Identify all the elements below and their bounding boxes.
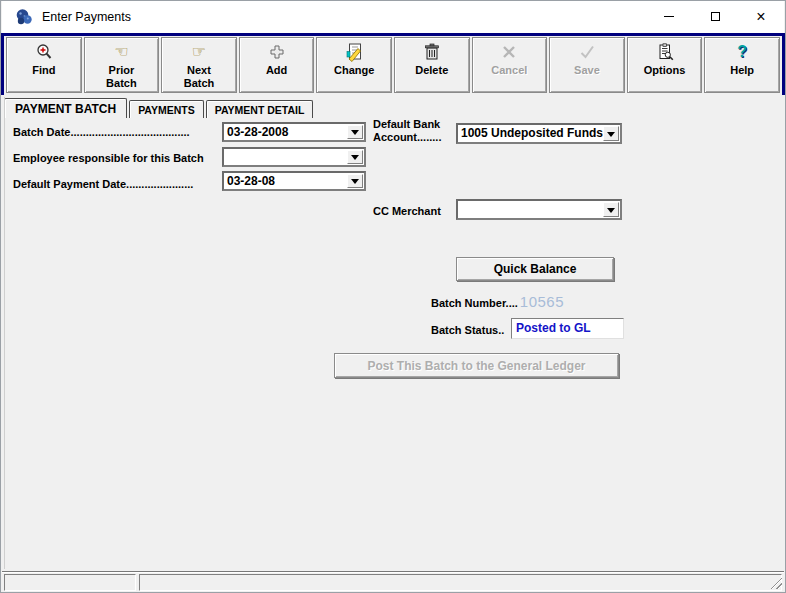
minimize-button[interactable] bbox=[646, 1, 692, 32]
help-icon: ? bbox=[737, 40, 747, 64]
help-label: Help bbox=[730, 64, 754, 77]
close-icon: × bbox=[756, 8, 765, 26]
batch-number-row: Batch Number.... 10565 bbox=[431, 293, 564, 310]
options-label: Options bbox=[644, 64, 686, 77]
save-label: Save bbox=[574, 64, 600, 77]
cc-merchant-combobox[interactable] bbox=[456, 199, 622, 220]
help-button[interactable]: ? Help bbox=[704, 37, 780, 93]
cc-merchant-dropdown-icon[interactable] bbox=[603, 202, 619, 217]
next-batch-icon: ☞ bbox=[192, 40, 206, 64]
default-bank-account-combobox[interactable]: 1005 Undeposited Funds bbox=[456, 123, 622, 144]
cancel-button: Cancel bbox=[472, 37, 548, 93]
quick-balance-button[interactable]: Quick Balance bbox=[456, 257, 614, 281]
batch-status-label: Batch Status.. bbox=[431, 324, 504, 337]
cc-merchant-label: CC Merchant bbox=[373, 205, 441, 218]
batch-number-value: 10565 bbox=[520, 293, 564, 310]
change-button[interactable]: Change bbox=[316, 37, 392, 93]
add-button[interactable]: Add bbox=[239, 37, 315, 93]
enter-payments-window: Enter Payments × Find ☜ Prior Batch ☞ Ne bbox=[0, 0, 786, 593]
delete-button[interactable]: Delete bbox=[394, 37, 470, 93]
default-payment-date-combobox[interactable]: 03-28-08 bbox=[222, 171, 366, 191]
content-divider bbox=[2, 571, 784, 573]
statusbar-right-panel bbox=[139, 574, 782, 591]
batch-number-label: Batch Number.... bbox=[431, 297, 518, 310]
employee-dropdown-icon[interactable] bbox=[347, 150, 363, 164]
post-batch-button: Post This Batch to the General Ledger bbox=[334, 353, 619, 378]
prior-batch-label: Prior Batch bbox=[106, 64, 137, 89]
find-button[interactable]: Find bbox=[6, 37, 82, 93]
tab-payment-detail[interactable]: PAYMENT DETAIL bbox=[206, 100, 314, 118]
add-icon bbox=[269, 40, 285, 64]
batch-date-label: Batch Date..............................… bbox=[13, 126, 190, 139]
toolbar: Find ☜ Prior Batch ☞ Next Batch Add bbox=[1, 33, 785, 95]
employee-combobox[interactable] bbox=[222, 147, 366, 167]
cc-merchant-value bbox=[458, 201, 620, 202]
maximize-button[interactable] bbox=[692, 1, 738, 32]
change-label: Change bbox=[334, 64, 374, 77]
batch-date-dropdown-icon[interactable] bbox=[347, 125, 363, 139]
statusbar-left-panel bbox=[4, 574, 136, 591]
options-button[interactable]: Options bbox=[627, 37, 703, 93]
app-icon bbox=[15, 8, 33, 26]
options-icon bbox=[655, 40, 675, 64]
title-bar: Enter Payments × bbox=[2, 1, 784, 33]
prior-batch-icon: ☜ bbox=[114, 40, 128, 64]
tab-strip: PAYMENT BATCH PAYMENTS PAYMENT DETAIL bbox=[4, 98, 315, 118]
save-icon bbox=[578, 40, 596, 64]
cancel-icon bbox=[500, 40, 518, 64]
default-bank-account-dropdown-icon[interactable] bbox=[603, 126, 619, 141]
employee-label: Employee responsible for this Batch bbox=[13, 152, 204, 165]
batch-date-value: 03-28-2008 bbox=[224, 124, 364, 139]
employee-value bbox=[224, 149, 364, 150]
add-label: Add bbox=[266, 64, 287, 77]
default-bank-account-label: Default Bank Account........ bbox=[373, 118, 441, 144]
close-button[interactable]: × bbox=[738, 1, 784, 32]
delete-label: Delete bbox=[415, 64, 448, 77]
find-icon bbox=[34, 40, 54, 64]
cancel-label: Cancel bbox=[491, 64, 527, 77]
change-icon bbox=[344, 40, 364, 64]
window-title: Enter Payments bbox=[42, 10, 131, 24]
next-batch-label: Next Batch bbox=[184, 64, 215, 89]
tab-payments[interactable]: PAYMENTS bbox=[129, 100, 204, 118]
caption-buttons: × bbox=[646, 1, 784, 32]
minimize-icon bbox=[664, 16, 674, 17]
maximize-icon bbox=[711, 12, 720, 21]
default-bank-account-value: 1005 Undeposited Funds bbox=[458, 125, 620, 140]
prior-batch-button[interactable]: ☜ Prior Batch bbox=[84, 37, 160, 93]
find-label: Find bbox=[32, 64, 55, 77]
client-left-groove bbox=[4, 97, 5, 569]
delete-icon bbox=[422, 40, 442, 64]
batch-date-combobox[interactable]: 03-28-2008 bbox=[222, 122, 366, 142]
default-payment-date-label: Default Payment Date....................… bbox=[13, 178, 193, 191]
default-payment-date-value: 03-28-08 bbox=[224, 173, 364, 188]
next-batch-button[interactable]: ☞ Next Batch bbox=[161, 37, 237, 93]
save-button: Save bbox=[549, 37, 625, 93]
default-payment-date-dropdown-icon[interactable] bbox=[347, 174, 363, 188]
batch-status-field[interactable]: Posted to GL bbox=[511, 318, 624, 339]
tab-payment-batch[interactable]: PAYMENT BATCH bbox=[4, 98, 127, 118]
